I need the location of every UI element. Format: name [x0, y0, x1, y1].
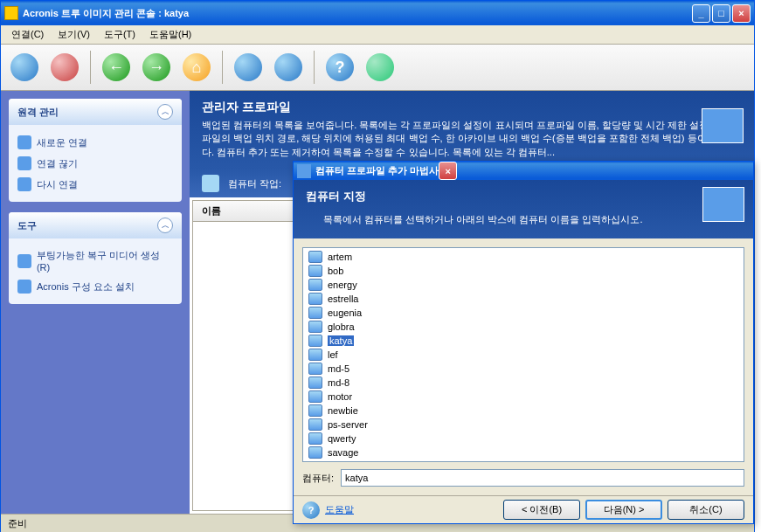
tb-help[interactable]: ?: [322, 49, 358, 86]
computer-name: katya: [328, 335, 354, 346]
tb-back[interactable]: ←: [98, 49, 135, 86]
list-item[interactable]: ps-server: [305, 418, 742, 432]
panel-remote: 원격 관리 ︿ 새로운 연결 연결 끊기 다시 연결: [9, 99, 182, 202]
sidebar-link-install-components[interactable]: Acronis 구성 요소 설치: [17, 276, 173, 297]
tb-action2[interactable]: [270, 49, 307, 86]
sidebar-link-new-connection[interactable]: 새로운 연결: [17, 132, 173, 153]
help-icon: ?: [302, 501, 320, 519]
computers-icon: [702, 187, 744, 222]
computer-icon: [308, 321, 322, 333]
wizard-footer: ? 도움말 < 이전(B) 다음(N) > 취소(C): [294, 495, 753, 523]
link-icon: [17, 135, 31, 149]
list-item[interactable]: energy: [305, 278, 742, 292]
wizard-dialog: 컴퓨터 프로파일 추가 마법사 × 컴퓨터 지정 목록에서 컴퓨터를 선택하거나…: [293, 161, 754, 524]
computers-icon: [702, 108, 744, 143]
computer-icon: [308, 349, 322, 361]
wizard-icon: [297, 164, 311, 178]
panel-remote-header[interactable]: 원격 관리 ︿: [9, 99, 182, 125]
world-icon: [366, 53, 394, 81]
main-titlebar[interactable]: Acronis 트루 이미지 관리 콘솔 : katya _ □ ×: [1, 1, 754, 25]
computer-icon: [308, 404, 322, 417]
tb-disconnect[interactable]: [46, 49, 83, 86]
list-item[interactable]: newbie: [305, 404, 742, 418]
list-item[interactable]: globra: [305, 320, 742, 334]
list-item[interactable]: md-8: [305, 376, 742, 390]
computer-list[interactable]: artembobenergyestrellaeugeniaglobrakatya…: [302, 247, 744, 462]
sidebar-link-reconnect[interactable]: 다시 연결: [17, 174, 173, 195]
home-icon: ⌂: [183, 53, 211, 81]
computer-icon: [308, 432, 322, 445]
app-icon: [4, 6, 18, 20]
list-item[interactable]: qwerty: [305, 432, 742, 446]
tb-connect[interactable]: [6, 49, 43, 86]
computer-name: ps-server: [328, 419, 368, 430]
list-item[interactable]: bob: [305, 264, 742, 278]
window-title: Acronis 트루 이미지 관리 콘솔 : katya: [23, 7, 692, 20]
computer-name: savage: [328, 447, 358, 458]
menu-view[interactable]: 보기(V): [51, 26, 97, 43]
panel-title: 원격 관리: [17, 106, 59, 119]
computer-icon: [308, 265, 322, 277]
list-item[interactable]: katya: [305, 334, 742, 348]
separator: [90, 51, 91, 84]
computer-name: md-8: [328, 377, 349, 388]
sidebar-link-bootable-media[interactable]: 부팅가능한 복구 미디어 생성(R): [17, 245, 173, 276]
back-button[interactable]: < 이전(B): [503, 500, 580, 520]
computer-name: globra: [328, 321, 355, 332]
computer-name: artem: [328, 252, 352, 262]
tb-forward[interactable]: →: [138, 49, 175, 86]
panel-tools: 도구 ︿ 부팅가능한 복구 미디어 생성(R) Acronis 구성 요소 설치: [9, 212, 182, 304]
tb-action1[interactable]: [230, 49, 266, 86]
wizard-header-title: 컴퓨터 지정: [306, 189, 741, 204]
menu-connect[interactable]: 연결(C): [4, 26, 51, 43]
tb-world[interactable]: [362, 49, 398, 86]
back-icon: ←: [102, 53, 130, 81]
list-item[interactable]: savage: [305, 446, 742, 459]
computer-icon: [308, 390, 322, 403]
wizard-close-button[interactable]: ×: [439, 162, 457, 180]
computer-name: estrella: [328, 294, 358, 304]
panel-title: 도구: [17, 219, 37, 232]
wizard-header: 컴퓨터 지정 목록에서 컴퓨터를 선택하거나 아래의 박스에 컴퓨터 이름을 입…: [294, 180, 753, 238]
minimize-button[interactable]: _: [692, 4, 710, 23]
close-button[interactable]: ×: [732, 4, 751, 23]
list-item[interactable]: artem: [305, 250, 742, 264]
help-icon: ?: [326, 53, 354, 81]
banner-desc: 백업된 컴퓨터의 목록을 보여줍니다. 목록에는 각 프로파일의 설정이 표시되…: [202, 119, 742, 159]
computer-name: energy: [328, 280, 357, 290]
computer-icon: [308, 377, 322, 389]
link-icon: [17, 280, 31, 294]
list-item[interactable]: lef: [305, 348, 742, 362]
list-item[interactable]: estrella: [305, 292, 742, 306]
sidebar-link-disconnect[interactable]: 연결 끊기: [17, 153, 173, 174]
list-item[interactable]: eugenia: [305, 306, 742, 320]
maximize-button[interactable]: □: [712, 4, 730, 23]
tb-home[interactable]: ⌂: [178, 49, 215, 86]
list-item[interactable]: motor: [305, 390, 742, 404]
list-item[interactable]: md-5: [305, 362, 742, 376]
panel-tools-header[interactable]: 도구 ︿: [9, 212, 182, 238]
computer-input[interactable]: [341, 469, 744, 487]
link-icon: [17, 177, 31, 191]
next-button[interactable]: 다음(N) >: [585, 500, 662, 520]
wizard-body: artembobenergyestrellaeugeniaglobrakatya…: [294, 238, 753, 495]
computer-icon: [308, 307, 322, 319]
disk2-icon: [274, 53, 302, 81]
cancel-button[interactable]: 취소(C): [668, 500, 744, 520]
help-link[interactable]: 도움말: [325, 503, 354, 516]
banner: 관리자 프로파일 백업된 컴퓨터의 목록을 보여줍니다. 목록에는 각 프로파일…: [190, 91, 754, 169]
task-icon: [202, 175, 219, 192]
computer-icon: [308, 418, 322, 431]
computer-name: bob: [328, 266, 343, 276]
wizard-titlebar[interactable]: 컴퓨터 프로파일 추가 마법사 ×: [294, 162, 753, 180]
chevron-up-icon: ︿: [157, 218, 173, 233]
menubar: 연결(C) 보기(V) 도구(T) 도움말(H): [1, 25, 754, 45]
wizard-instruction: 목록에서 컴퓨터를 선택하거나 아래의 박스에 컴퓨터 이름을 입력하십시오.: [323, 213, 741, 226]
globe-x-icon: [51, 53, 79, 81]
link-icon: [17, 156, 31, 170]
menu-tools[interactable]: 도구(T): [97, 26, 142, 43]
menu-help[interactable]: 도움말(H): [142, 26, 198, 43]
computer-name: qwerty: [328, 433, 356, 444]
forward-icon: →: [142, 53, 170, 81]
computer-icon: [308, 446, 322, 459]
